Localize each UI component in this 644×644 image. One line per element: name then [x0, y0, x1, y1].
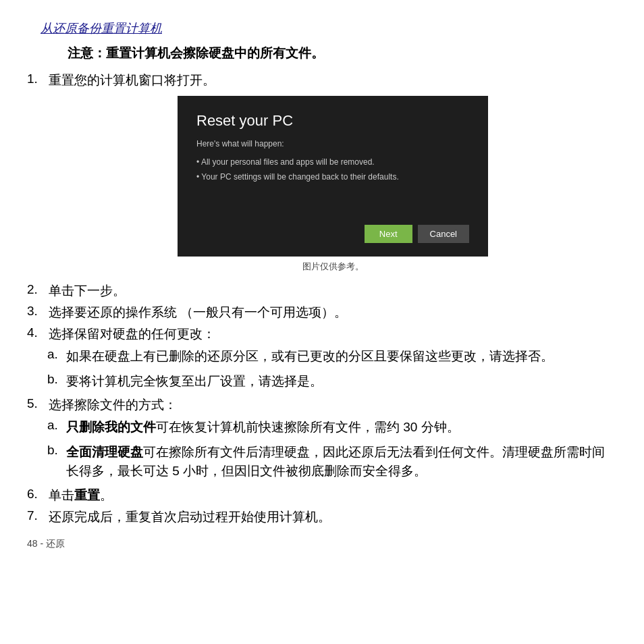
- step-2-text: 单击下一步。: [49, 282, 617, 300]
- step-5-number: 5.: [27, 396, 49, 411]
- step-3: 3. 选择要还原的操作系统 （一般只有一个可用选项）。: [27, 304, 617, 321]
- step-7-number: 7.: [27, 508, 49, 523]
- footer-label: 48 - 还原: [27, 538, 617, 550]
- sub-step-4b-text: 要将计算机完全恢复至出厂设置，请选择是。: [66, 372, 617, 392]
- step-4-text: 选择保留对硬盘的任何更改：: [49, 325, 617, 343]
- step-7-text: 还原完成后，重复首次启动过程开始使用计算机。: [49, 508, 617, 526]
- sub-steps-5: a. 只删除我的文件可在恢复计算机前快速擦除所有文件，需约 30 分钟。 b. …: [27, 418, 617, 481]
- step-1-text: 重置您的计算机窗口将打开。: [49, 72, 617, 89]
- step-6-before: 单击: [49, 488, 74, 502]
- sub-step-4a-text: 如果在硬盘上有已删除的还原分区，或有已更改的分区且要保留这些更改，请选择否。: [66, 347, 617, 367]
- step-4-number: 4.: [27, 325, 49, 340]
- sub-step-4b-label: b.: [47, 372, 66, 387]
- screenshot-wrapper: Reset your PC Here's what will happen: A…: [49, 96, 617, 273]
- step-2: 2. 单击下一步。: [27, 282, 617, 300]
- step-4: 4. 选择保留对硬盘的任何更改： a. 如果在硬盘上有已删除的还原分区，或有已更…: [27, 325, 617, 391]
- step-1: 1. 重置您的计算机窗口将打开。 Reset your PC Here's wh…: [27, 72, 617, 273]
- step-5: 5. 选择擦除文件的方式： a. 只删除我的文件可在恢复计算机前快速擦除所有文件…: [27, 396, 617, 481]
- sub-step-5a-after: 可在恢复计算机前快速擦除所有文件，需约 30 分钟。: [156, 420, 460, 434]
- sub-step-5b-after: 可在擦除所有文件后清理硬盘，因此还原后无法看到任何文件。清理硬盘所需时间长得多，…: [66, 445, 605, 479]
- next-button[interactable]: Next: [365, 225, 412, 243]
- sub-step-4a: a. 如果在硬盘上有已删除的还原分区，或有已更改的分区且要保留这些更改，请选择否…: [47, 347, 617, 367]
- sub-step-5b-label: b.: [47, 443, 66, 458]
- screenshot-title: Reset your PC: [196, 112, 469, 130]
- step-5-text: 选择擦除文件的方式：: [49, 396, 617, 414]
- sub-step-5b: b. 全面清理硬盘可在擦除所有文件后清理硬盘，因此还原后无法看到任何文件。清理硬…: [47, 443, 617, 481]
- sub-step-4b: b. 要将计算机完全恢复至出厂设置，请选择是。: [47, 372, 617, 392]
- step-6-number: 6.: [27, 487, 49, 502]
- sub-steps-4: a. 如果在硬盘上有已删除的还原分区，或有已更改的分区且要保留这些更改，请选择否…: [27, 347, 617, 391]
- step-6-text: 单击重置。: [49, 487, 617, 504]
- sub-step-5b-text: 全面清理硬盘可在擦除所有文件后清理硬盘，因此还原后无法看到任何文件。清理硬盘所需…: [66, 443, 617, 481]
- step-6: 6. 单击重置。: [27, 487, 617, 504]
- screenshot-subtitle: Here's what will happen:: [196, 139, 469, 149]
- sub-step-5a-label: a.: [47, 418, 66, 433]
- sub-step-5a: a. 只删除我的文件可在恢复计算机前快速擦除所有文件，需约 30 分钟。: [47, 418, 617, 437]
- step-2-number: 2.: [27, 282, 49, 297]
- sub-step-5a-text: 只删除我的文件可在恢复计算机前快速擦除所有文件，需约 30 分钟。: [66, 418, 617, 437]
- step-6-bold: 重置: [74, 488, 100, 502]
- cancel-button[interactable]: Cancel: [418, 225, 469, 243]
- sub-step-4a-label: a.: [47, 347, 66, 362]
- screenshot-bullet-1: All your personal files and apps will be…: [196, 155, 469, 170]
- step-1-number: 1.: [27, 72, 49, 86]
- page-title: 从还原备份重置计算机: [41, 20, 617, 36]
- step-7: 7. 还原完成后，重复首次启动过程开始使用计算机。: [27, 508, 617, 526]
- step-3-number: 3.: [27, 304, 49, 319]
- screenshot-caption: 图片仅供参考。: [302, 261, 364, 273]
- step-3-text: 选择要还原的操作系统 （一般只有一个可用选项）。: [49, 304, 617, 321]
- warning-note: 注意：重置计算机会擦除硬盘中的所有文件。: [68, 45, 617, 62]
- screenshot-box: Reset your PC Here's what will happen: A…: [178, 96, 488, 257]
- screenshot-bullet-2: Your PC settings will be changed back to…: [196, 170, 469, 185]
- sub-step-5a-bold: 只删除我的文件: [66, 420, 156, 434]
- screenshot-bullets: All your personal files and apps will be…: [196, 155, 469, 184]
- sub-step-5b-bold: 全面清理硬盘: [66, 445, 143, 459]
- step-6-after: 。: [100, 488, 113, 502]
- screenshot-buttons: Next Cancel: [196, 225, 469, 243]
